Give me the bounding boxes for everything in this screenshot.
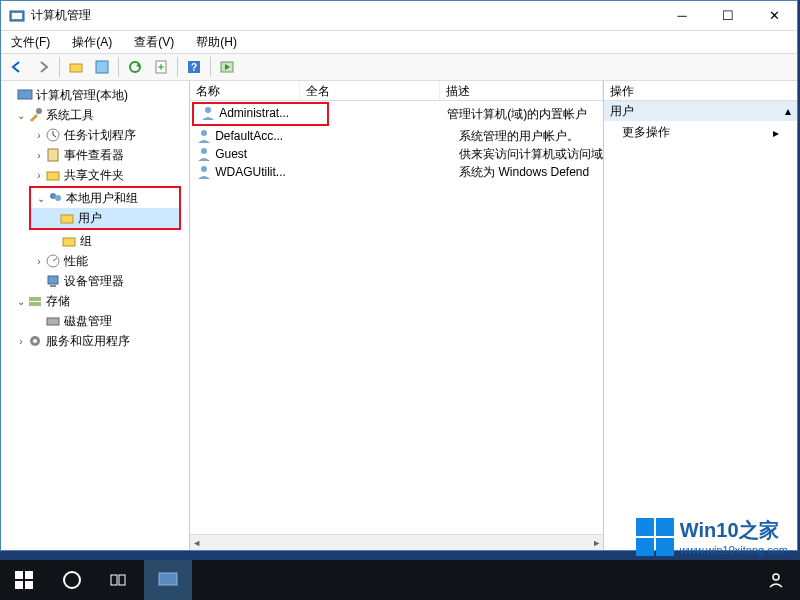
tree-systools[interactable]: ⌄ 系统工具 (3, 105, 187, 125)
list-item-administrator[interactable]: Administrat... (194, 104, 305, 122)
expand-icon[interactable]: › (33, 150, 45, 161)
list-item-wdag[interactable]: WDAGUtilit... 系统为 Windows Defend (190, 163, 603, 181)
tree-label: 设备管理器 (64, 273, 124, 290)
menu-help[interactable]: 帮助(H) (192, 32, 241, 53)
nav-tree: 计算机管理(本地) ⌄ 系统工具 › 任务计划程序 › 事件查看器 › 共享文件… (1, 81, 190, 550)
menu-file[interactable]: 文件(F) (7, 32, 54, 53)
actions-more[interactable]: 更多操作 ▸ (604, 121, 797, 144)
forward-button[interactable] (31, 55, 55, 79)
up-button[interactable] (64, 55, 88, 79)
actions-header: 操作 (604, 81, 797, 101)
tools-icon (27, 107, 43, 123)
expand-icon[interactable]: › (33, 256, 45, 267)
svg-rect-32 (15, 581, 23, 589)
svg-rect-21 (29, 297, 41, 301)
expand-icon[interactable]: › (33, 170, 45, 181)
tree-groups[interactable]: 组 (3, 231, 187, 251)
tree-diskmgr[interactable]: 磁盘管理 (3, 311, 187, 331)
toolbar: ? (1, 53, 797, 81)
tree-evtviewer[interactable]: › 事件查看器 (3, 145, 187, 165)
svg-rect-9 (18, 90, 32, 99)
tree-devmgr[interactable]: 设备管理器 (3, 271, 187, 291)
back-button[interactable] (5, 55, 29, 79)
users-icon (47, 190, 63, 206)
svg-point-26 (205, 107, 211, 113)
svg-point-27 (201, 130, 207, 136)
svg-rect-33 (25, 581, 33, 589)
tree-users[interactable]: 用户 (31, 208, 179, 228)
tree-label: 存储 (46, 293, 70, 310)
tree-svcapps[interactable]: › 服务和应用程序 (3, 331, 187, 351)
start-button[interactable] (0, 560, 48, 600)
minimize-button[interactable]: ─ (659, 1, 705, 31)
svg-rect-22 (29, 302, 41, 306)
col-name[interactable]: 名称 (190, 81, 300, 100)
tree-localusers[interactable]: ⌄ 本地用户和组 (31, 188, 179, 208)
svg-rect-13 (47, 172, 59, 180)
export-button[interactable] (149, 55, 173, 79)
window-controls: ─ ☐ ✕ (659, 1, 797, 31)
chevron-right-icon: ▸ (773, 126, 779, 140)
cell-desc: 系统为 Windows Defend (459, 164, 589, 181)
collapse-icon[interactable]: ⌄ (15, 296, 27, 307)
tree-label: 性能 (64, 253, 88, 270)
svg-rect-19 (48, 276, 58, 284)
clock-icon (45, 127, 61, 143)
collapse-icon[interactable]: ⌄ (15, 110, 27, 121)
refresh-button[interactable] (123, 55, 147, 79)
list-header: 名称 全名 描述 (190, 81, 603, 101)
svg-rect-20 (50, 285, 56, 287)
list-item-guest[interactable]: Guest 供来宾访问计算机或访问域 (190, 145, 603, 163)
svg-point-29 (201, 166, 207, 172)
actions-section-label: 用户 (610, 103, 634, 120)
taskview-button[interactable] (96, 560, 144, 600)
tree-tasksched[interactable]: › 任务计划程序 (3, 125, 187, 145)
svg-rect-16 (61, 215, 73, 223)
horizontal-scrollbar[interactable]: ◄► (190, 534, 603, 550)
app-icon (9, 8, 25, 24)
tree-label: 任务计划程序 (64, 127, 136, 144)
highlight-local-users: ⌄ 本地用户和组 用户 (29, 186, 181, 230)
menubar: 文件(F) 操作(A) 查看(V) 帮助(H) (1, 31, 797, 53)
menu-action[interactable]: 操作(A) (68, 32, 116, 53)
actions-more-label: 更多操作 (622, 124, 670, 141)
collapse-icon[interactable]: ⌄ (35, 193, 47, 204)
svg-text:?: ? (191, 62, 197, 73)
svg-rect-31 (25, 571, 33, 579)
help-button[interactable]: ? (182, 55, 206, 79)
maximize-button[interactable]: ☐ (705, 1, 751, 31)
cell-desc: 系统管理的用户帐户。 (459, 128, 579, 145)
computer-management-window: 计算机管理 ─ ☐ ✕ 文件(F) 操作(A) 查看(V) 帮助(H) ? (0, 0, 798, 551)
expand-icon[interactable]: › (33, 130, 45, 141)
tree-perf[interactable]: › 性能 (3, 251, 187, 271)
tree-root[interactable]: 计算机管理(本地) (3, 85, 187, 105)
user-icon (200, 105, 216, 121)
close-button[interactable]: ✕ (751, 1, 797, 31)
menu-view[interactable]: 查看(V) (130, 32, 178, 53)
svg-point-38 (773, 574, 779, 580)
col-desc[interactable]: 描述 (440, 81, 603, 100)
chevron-up-icon: ▴ (785, 104, 791, 118)
actions-section[interactable]: 用户 ▴ (604, 101, 797, 121)
cortana-button[interactable] (48, 560, 96, 600)
svg-rect-3 (96, 61, 108, 73)
window-title: 计算机管理 (31, 7, 659, 24)
tree-storage[interactable]: ⌄ 存储 (3, 291, 187, 311)
tree-shared[interactable]: › 共享文件夹 (3, 165, 187, 185)
taskbar-app-compmgmt[interactable] (144, 560, 192, 600)
actions-pane: 操作 用户 ▴ 更多操作 ▸ (604, 81, 797, 550)
tray-people-icon[interactable] (752, 560, 800, 600)
col-fullname[interactable]: 全名 (300, 81, 440, 100)
svg-point-28 (201, 148, 207, 154)
svg-rect-37 (159, 573, 177, 585)
show-hide-button[interactable] (215, 55, 239, 79)
cell-desc: 供来宾访问计算机或访问域 (459, 146, 603, 163)
services-icon (27, 333, 43, 349)
expand-icon[interactable]: › (15, 336, 27, 347)
main-body: 计算机管理(本地) ⌄ 系统工具 › 任务计划程序 › 事件查看器 › 共享文件… (1, 81, 797, 550)
user-icon (196, 164, 212, 180)
svg-rect-35 (111, 575, 117, 585)
tree-label: 本地用户和组 (66, 190, 138, 207)
properties-button[interactable] (90, 55, 114, 79)
list-item-defaultaccount[interactable]: DefaultAcc... 系统管理的用户帐户。 (190, 127, 603, 145)
